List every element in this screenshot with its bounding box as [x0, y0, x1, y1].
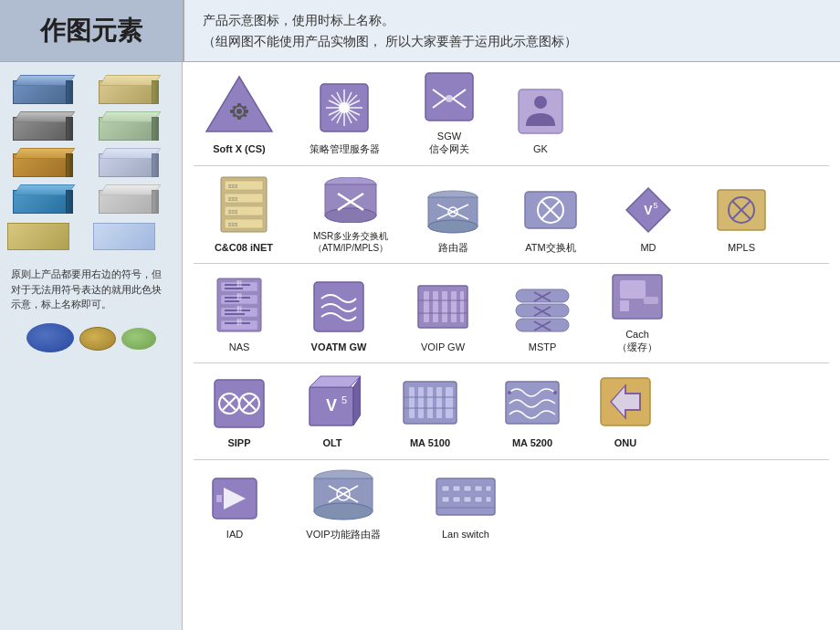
icon-onu: ONU	[584, 374, 667, 449]
svg-text:≡≡≡: ≡≡≡	[228, 222, 238, 227]
icon-sgw: SGW信令网关	[404, 71, 495, 156]
icon-voip-router: VOIP功能路由器	[279, 469, 407, 541]
svg-rect-62	[225, 288, 243, 289]
md-icon: V 5	[625, 186, 672, 237]
svg-text:|||: |||	[236, 279, 242, 287]
voatm-label: VOATM GW	[311, 341, 367, 353]
oval-shapes-row	[7, 323, 174, 352]
icon-row-3: ||| ||| ||| ||| NAS	[194, 273, 829, 354]
svg-text:|||: |||	[236, 292, 242, 299]
icon-mstp: MSTP	[497, 286, 588, 353]
svg-rect-111	[436, 387, 442, 418]
icon-row-4: SIPP V 5 OLT	[194, 373, 829, 449]
ma5200-icon	[504, 376, 561, 433]
svg-point-116	[508, 391, 511, 394]
color-block-3	[7, 108, 73, 141]
color-block-9	[7, 217, 73, 250]
svg-rect-77	[451, 291, 457, 322]
icon-ma5200: MA 5200	[482, 376, 583, 449]
svg-rect-109	[418, 387, 424, 418]
icon-md: V 5 MD	[603, 186, 694, 254]
header-description: 产品示意图标，使用时标上名称。 （组网图不能使用产品实物图， 所以大家要善于运用…	[183, 0, 840, 61]
sipp-label: SIPP	[227, 436, 250, 449]
onu-label: ONU	[614, 436, 636, 449]
atm-icon	[523, 186, 578, 237]
color-block-2	[93, 71, 159, 104]
mpls-icon	[716, 186, 767, 237]
msr-label: MSR多业务交换机（ATM/IP/MPLS）	[313, 230, 389, 254]
olt-label: OLT	[322, 436, 341, 449]
color-blocks-grid	[7, 71, 174, 250]
svg-rect-92	[620, 300, 629, 311]
svg-rect-121	[216, 495, 222, 502]
color-block-8	[93, 181, 159, 214]
cc08-label: C&C08 iNET	[215, 241, 273, 254]
policy-server-icon	[317, 80, 372, 139]
icon-router: 路由器	[407, 190, 499, 254]
icon-gk: GK	[495, 88, 586, 155]
voip-router-icon	[312, 469, 374, 524]
svg-text:≡≡≡: ≡≡≡	[228, 196, 238, 202]
icon-voatm: VOATM GW	[289, 280, 389, 353]
onu-icon	[599, 374, 652, 433]
icon-voip-gw: VOIP GW	[393, 280, 493, 353]
svg-rect-137	[475, 497, 482, 502]
svg-point-24	[534, 96, 547, 109]
icon-iad: IAD	[194, 477, 276, 541]
svg-text:|||: |||	[236, 305, 242, 312]
svg-text:5: 5	[653, 201, 657, 210]
sidebar: 原则上产品都要用右边的符号，但对于无法用符号表达的就用此色块示意，标上名称即可。	[0, 62, 183, 630]
icon-row-2: ≡≡≡ ≡≡≡ ≡≡≡ ≡≡≡ C&C08 iNET	[194, 175, 829, 254]
svg-rect-74	[424, 291, 429, 322]
oval-green	[121, 328, 156, 350]
divider-2	[194, 263, 829, 264]
voatm-icon	[312, 280, 365, 337]
header: 作图元素 产品示意图标，使用时标上名称。 （组网图不能使用产品实物图， 所以大家…	[0, 0, 840, 62]
svg-text:5: 5	[341, 394, 347, 405]
icon-olt: V 5 OLT	[287, 373, 378, 449]
svg-rect-134	[442, 497, 449, 502]
icon-softx: Soft X (CS)	[194, 73, 285, 155]
icon-cach: Cach（缓存）	[592, 273, 683, 354]
icon-row-1: Soft X (CS)	[194, 71, 829, 156]
iad-label: IAD	[226, 528, 243, 541]
lan-switch-icon	[435, 473, 497, 524]
oval-blue	[26, 323, 74, 352]
header-desc-line2: （组网图不能使用产品实物图， 所以大家要善于运用此示意图标）	[203, 31, 577, 51]
svg-rect-138	[486, 497, 491, 502]
svg-text:≡≡≡: ≡≡≡	[228, 184, 238, 189]
svg-rect-78	[460, 291, 464, 322]
policy-server-label: 策略管理服务器	[310, 142, 380, 155]
svg-rect-133	[486, 486, 491, 491]
md-label: MD	[640, 241, 656, 254]
router-icon	[426, 190, 479, 237]
svg-rect-130	[453, 486, 460, 491]
svg-rect-6	[245, 110, 248, 113]
softx-label: Soft X (CS)	[213, 142, 265, 155]
svg-rect-131	[464, 486, 471, 491]
icon-nas: ||| ||| ||| ||| NAS	[194, 277, 285, 353]
svg-text:V: V	[644, 203, 653, 217]
oval-gold	[79, 327, 116, 351]
content-area: Soft X (CS)	[183, 62, 840, 630]
svg-rect-110	[427, 387, 433, 418]
svg-rect-115	[506, 382, 559, 424]
icon-policy-server: 策略管理服务器	[285, 80, 404, 155]
icon-ma5100: MA 5100	[380, 374, 480, 449]
svg-point-22	[446, 95, 453, 102]
svg-point-20	[339, 102, 350, 113]
mstp-label: MSTP	[529, 341, 557, 353]
iad-icon	[211, 477, 258, 524]
icon-row-5: IAD VOIP功	[194, 469, 829, 541]
icon-cc08: ≡≡≡ ≡≡≡ ≡≡≡ ≡≡≡ C&C08 iNET	[194, 175, 294, 254]
svg-text:V: V	[326, 396, 337, 415]
svg-text:≡≡≡: ≡≡≡	[228, 209, 238, 215]
mpls-label: MPLS	[728, 241, 755, 254]
divider-4	[194, 459, 829, 460]
svg-rect-129	[442, 486, 449, 491]
svg-point-117	[553, 391, 557, 394]
svg-marker-103	[310, 376, 361, 387]
voip-router-label: VOIP功能路由器	[306, 528, 380, 541]
voip-gw-icon	[416, 280, 469, 337]
atm-label: ATM交换机	[525, 241, 575, 254]
